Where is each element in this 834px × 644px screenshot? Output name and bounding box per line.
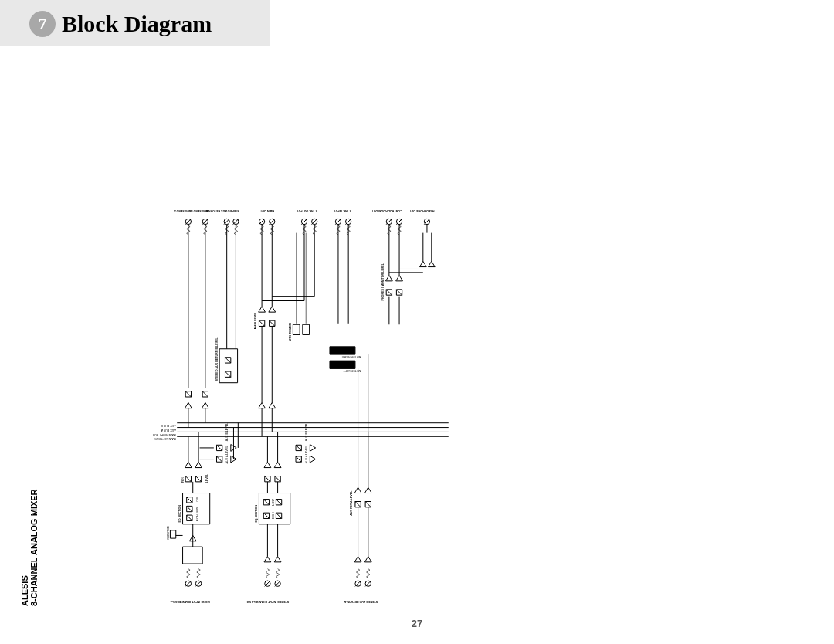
schematic-svg: MONO INPUT CHANNELS 1-4 EQ SECTION HIGH …	[39, 205, 587, 606]
svg-text:PAN: PAN	[181, 477, 185, 483]
svg-text:MAIN RIGHT BUS: MAIN RIGHT BUS	[152, 433, 176, 436]
svg-text:EQ SECTION: EQ SECTION	[255, 505, 258, 523]
svg-text:PHONES / MONITOR LEVEL: PHONES / MONITOR LEVEL	[381, 263, 385, 300]
svg-text:2TK TO MON: 2TK TO MON	[289, 323, 292, 341]
stereo-input-block: STEREO INPUT CHANNELS 5-8 EQ SECTION HIG…	[247, 423, 316, 603]
svg-text:LEVEL: LEVEL	[205, 474, 208, 483]
svg-text:2 TRK INPUT: 2 TRK INPUT	[333, 209, 351, 212]
svg-text:MAIN OUT: MAIN OUT	[259, 209, 274, 212]
block-diagram: ALESIS 8-CHANNEL ANALOG MIXER MONO INPUT…	[39, 58, 440, 606]
svg-text:HEADPHONE OUT: HEADPHONE OUT	[409, 209, 435, 212]
svg-text:AUX RET A LEVEL: AUX RET A LEVEL	[350, 490, 353, 516]
svg-text:HIGH: HIGH	[196, 514, 199, 522]
svg-text:LOW: LOW	[196, 497, 199, 503]
svg-text:AUX BUS B: AUX BUS B	[161, 424, 176, 427]
svg-text:HIGH: HIGH	[272, 512, 275, 520]
svg-text:MAIN LEVEL: MAIN LEVEL	[254, 311, 257, 329]
svg-text:MID: MID	[196, 507, 199, 512]
product-text: 8-CHANNEL ANALOG MIXER	[29, 489, 39, 606]
diagram-brand-line: ALESIS 8-CHANNEL ANALOG MIXER	[20, 489, 39, 606]
page-number: 27	[0, 618, 834, 629]
chapter-number-badge: 7	[29, 11, 56, 37]
svg-rect-8	[183, 547, 203, 564]
svg-text:STEREO INPUT CHANNELS 5-8: STEREO INPUT CHANNELS 5-8	[247, 600, 290, 603]
svg-text:MONO INPUT CHANNELS 1-4: MONO INPUT CHANNELS 1-4	[170, 600, 210, 603]
svg-text:AUX A LEVEL: AUX A LEVEL	[305, 446, 308, 463]
mono-input-block: MONO INPUT CHANNELS 1-4 EQ SECTION HIGH …	[167, 423, 238, 603]
page: 7 Block Diagram ALESIS 8-CHANNEL ANALOG …	[0, 0, 834, 644]
svg-text:AUX SEND A: AUX SEND A	[174, 209, 192, 212]
svg-text:STEREO AUX RETURN A: STEREO AUX RETURN A	[344, 600, 378, 603]
svg-rect-63	[330, 361, 355, 368]
svg-text:AUX BUS A: AUX BUS A	[161, 429, 176, 432]
chapter-title: Block Diagram	[62, 11, 212, 37]
svg-rect-65	[330, 347, 355, 354]
svg-text:AUX SEND B: AUX SEND B	[191, 209, 208, 212]
brand-text: ALESIS	[20, 575, 29, 606]
svg-rect-60	[303, 324, 310, 334]
svg-rect-59	[293, 324, 300, 334]
svg-text:METER RIGHT: METER RIGHT	[341, 355, 361, 358]
aux-return-a-block: STEREO AUX RETURN A AUX RET A LEVEL	[344, 432, 378, 602]
svg-text:MONITOR: MONITOR	[167, 526, 170, 540]
svg-text:STEREO AUX RETURN B LEVEL: STEREO AUX RETURN B LEVEL	[215, 337, 219, 381]
mix-buses: MAIN LEFT BUS MAIN RIGHT BUS AUX BUS A A…	[152, 423, 449, 441]
svg-rect-14	[170, 530, 175, 538]
svg-text:CONTROL ROOM OUT: CONTROL ROOM OUT	[371, 209, 402, 212]
svg-text:STEREO AUX RETURN B: STEREO AUX RETURN B	[205, 209, 239, 212]
svg-text:AUX A LEVEL: AUX A LEVEL	[225, 446, 229, 463]
svg-text:MAIN LEFT BUS: MAIN LEFT BUS	[154, 437, 176, 440]
svg-text:LOW: LOW	[272, 499, 275, 506]
svg-text:2 TRK OUTPUT: 2 TRK OUTPUT	[296, 209, 317, 212]
svg-rect-56	[219, 349, 237, 383]
master-section: STEREO AUX RETURN B LEVEL MAIN LEVEL 2TK…	[185, 233, 435, 437]
svg-text:EQ SECTION: EQ SECTION	[178, 505, 181, 523]
